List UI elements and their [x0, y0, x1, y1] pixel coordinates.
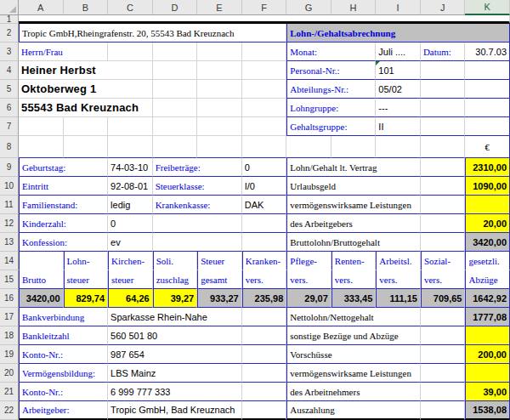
earnings-label-cell[interactable]: Urlaubsgeld — [286, 177, 421, 196]
lohngruppe-value-cell[interactable]: --- — [376, 99, 421, 117]
row-header-4[interactable]: 4 — [0, 61, 19, 80]
column-header-F[interactable]: F — [242, 0, 287, 15]
table-value-cell[interactable]: 3420,00 — [19, 289, 64, 308]
table-header-cell[interactable]: Abzüge — [465, 270, 510, 289]
empty-cell[interactable] — [242, 308, 287, 326]
auszahlung-value-cell[interactable]: 1538,08 — [465, 401, 510, 420]
empty-cell[interactable] — [242, 80, 287, 99]
earnings-value-cell[interactable]: 20,00 — [465, 214, 510, 233]
row-header-18[interactable]: 18 — [0, 326, 19, 345]
personalnr-value-cell[interactable]: 101 — [376, 61, 421, 80]
row-header-9[interactable]: 9 — [0, 158, 19, 177]
empty-cell[interactable] — [376, 136, 421, 158]
empty-cell[interactable] — [108, 43, 153, 61]
empty-cell[interactable] — [242, 136, 287, 158]
table-header-cell[interactable]: Soli. — [153, 252, 198, 270]
empty-cell[interactable] — [242, 401, 287, 420]
empty-cell[interactable] — [421, 308, 466, 326]
empty-cell[interactable] — [108, 136, 153, 158]
row-header-6[interactable]: 6 — [0, 99, 19, 117]
empty-cell[interactable] — [421, 326, 466, 345]
empty-cell[interactable] — [197, 61, 242, 80]
earnings-label-cell[interactable]: Lohn/Gehalt lt. Vertrag — [286, 158, 421, 177]
bank-value-cell[interactable]: 560 501 80 — [108, 326, 242, 345]
earnings-value-cell[interactable]: 2310,00 — [465, 158, 510, 177]
row-header-19[interactable]: 19 — [0, 345, 19, 364]
freibetraege-value-cell[interactable]: 0 — [242, 158, 287, 177]
empty-cell[interactable] — [19, 117, 64, 136]
table-header-cell[interactable]: Kirchen- — [108, 252, 153, 270]
table-value-cell[interactable]: 829,74 — [64, 289, 109, 308]
empty-cell[interactable] — [197, 117, 242, 136]
earnings-value-cell[interactable] — [465, 196, 510, 214]
empty-cell[interactable] — [242, 364, 287, 383]
company-address-cell[interactable]: Tropic GmbH,Rheingrafenstr. 20, 55543 Ba… — [19, 24, 286, 43]
empty-cell[interactable] — [465, 99, 510, 117]
empty-cell[interactable] — [421, 99, 466, 117]
konto-label-cell[interactable]: Konto-Nr.: — [19, 383, 108, 401]
employee-street-cell[interactable]: Oktoberweg 1 — [19, 80, 153, 99]
net-value-cell[interactable] — [465, 364, 510, 383]
row-header-1[interactable]: 1 — [0, 15, 19, 24]
table-header-cell[interactable]: Arbeitsl. — [376, 252, 421, 270]
row-header-7[interactable]: 7 — [0, 117, 19, 136]
empty-cell[interactable] — [153, 80, 198, 99]
krankenkasse-value-cell[interactable]: DAK — [242, 196, 287, 214]
table-value-cell[interactable]: 111,15 — [376, 289, 421, 308]
row-header-16[interactable]: 16 — [0, 289, 19, 308]
konfession-label-cell[interactable]: Konfession: — [19, 233, 108, 252]
konto-value-cell[interactable]: 6 999 777 333 — [108, 383, 242, 401]
table-header-cell[interactable]: vers. — [376, 270, 421, 289]
employee-name-cell[interactable]: Heiner Herbst — [19, 61, 153, 80]
datum-label-cell[interactable]: Datum: — [421, 43, 466, 61]
empty-cell[interactable] — [242, 233, 287, 252]
empty-cell[interactable] — [465, 117, 510, 136]
freibetraege-label-cell[interactable]: Freibeträge: — [153, 158, 242, 177]
payroll-title-cell[interactable]: Lohn-/Gehaltsabrechnung — [286, 24, 510, 43]
net-value-cell[interactable]: 200,00 — [465, 345, 510, 364]
brutto-total-label-cell[interactable]: Bruttolohn/Bruttogehalt — [286, 233, 421, 252]
row-header-10[interactable]: 10 — [0, 177, 19, 196]
net-label-cell[interactable]: Nettolohn/Nettogehalt — [286, 308, 421, 326]
table-header-cell[interactable]: steuer — [108, 270, 153, 289]
table-header-cell[interactable]: gesetzli. — [465, 252, 510, 270]
row-header-5[interactable]: 5 — [0, 80, 19, 99]
empty-cell[interactable] — [421, 117, 466, 136]
bank-label-cell[interactable]: Bankverbindung — [19, 308, 108, 326]
net-label-cell[interactable]: vermögenswirksame Leistungen — [286, 364, 421, 383]
table-header-cell[interactable]: gesamt — [197, 270, 242, 289]
table-value-cell[interactable]: 709,65 — [421, 289, 466, 308]
net-label-cell[interactable]: Vorschüsse — [286, 345, 421, 364]
empty-cell[interactable] — [153, 136, 198, 158]
empty-cell[interactable] — [242, 214, 287, 233]
table-value-cell[interactable]: 64,26 — [108, 289, 153, 308]
gehaltsgruppe-value-cell[interactable]: II — [376, 117, 421, 136]
table-value-cell[interactable]: 29,07 — [286, 289, 332, 308]
empty-cell[interactable] — [242, 345, 287, 364]
empty-cell[interactable] — [421, 233, 466, 252]
empty-cell[interactable] — [421, 196, 466, 214]
net-value-cell[interactable]: 39,00 — [465, 383, 510, 401]
empty-cell[interactable] — [153, 214, 242, 233]
table-header-cell[interactable]: Brutto — [19, 270, 64, 289]
row-header-14[interactable]: 14 — [0, 252, 19, 270]
empty-cell[interactable] — [242, 43, 287, 61]
empty-cell[interactable] — [153, 61, 198, 80]
earnings-label-cell[interactable]: vermögenswirksame Leistungen — [286, 196, 421, 214]
row-header-11[interactable]: 11 — [0, 196, 19, 214]
bank-value-cell[interactable]: Sparkasse Rhein-Nahe — [108, 308, 242, 326]
brutto-total-value-cell[interactable]: 3420,00 — [465, 233, 510, 252]
auszahlung-label-cell[interactable]: Auszahlung — [286, 401, 421, 420]
empty-cell[interactable] — [421, 401, 466, 420]
row-header-12[interactable]: 12 — [0, 214, 19, 233]
geburtstag-label-cell[interactable]: Geburtstag: — [19, 158, 108, 177]
row-header-2[interactable]: 2 — [0, 24, 19, 43]
empty-cell[interactable] — [421, 345, 466, 364]
earnings-value-cell[interactable]: 1090,00 — [465, 177, 510, 196]
monat-value-cell[interactable]: Juli .... — [376, 43, 421, 61]
monat-label-cell[interactable]: Monat: — [286, 43, 376, 61]
empty-cell[interactable] — [19, 136, 64, 158]
bank-value-cell[interactable]: 987 654 — [108, 345, 242, 364]
geburtstag-value-cell[interactable]: 74-03-10 — [108, 158, 153, 177]
select-all-corner[interactable] — [0, 0, 19, 15]
